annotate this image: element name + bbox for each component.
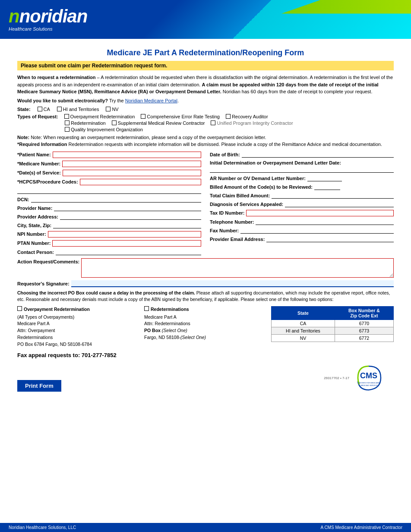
billed-amount-label: Billed Amount of the Code(s) to be Revie… xyxy=(210,184,313,190)
right-column: Date of Birth: Initial Determination or … xyxy=(210,150,394,256)
state-hi[interactable]: HI and Territories xyxy=(57,107,99,112)
table-row: CA 6770 xyxy=(272,320,394,327)
option1-line3: Redeterminations xyxy=(17,334,140,341)
form-title: Medicare JE Part A Redetermination/Reope… xyxy=(17,48,394,57)
bottom-actions: Print Form 29317702 • 7-17 CMS xyxy=(17,362,394,394)
hcpcs-extra-line xyxy=(17,188,201,194)
electronic-label: Would you like to submit electronically? xyxy=(17,98,108,103)
state-ca[interactable]: CA xyxy=(38,107,50,112)
total-claim-field: Total Claim Billed Amount: xyxy=(210,191,394,200)
option1-subtitle: (All Types of Overpayments) xyxy=(17,314,140,321)
state-table-header-state: State xyxy=(272,306,335,320)
state-nv-checkbox[interactable] xyxy=(106,107,111,111)
action-request-field: Action Request/Comments: xyxy=(17,258,394,278)
provider-address-input[interactable] xyxy=(60,214,201,220)
total-claim-label: Total Claim Billed Amount: xyxy=(210,193,270,198)
types-row-2: Redetermination Supplemental Medical Rev… xyxy=(17,120,394,126)
type-redetermination[interactable]: Redetermination xyxy=(65,120,106,126)
note-text: Note: Note: When requesting an overpayme… xyxy=(17,135,394,140)
dates-service-label: *Date(s) of Service: xyxy=(17,170,61,175)
fax-number-field: Fax Number: xyxy=(210,226,394,235)
tax-id-input[interactable] xyxy=(246,210,394,216)
table-cell-nv-state: NV xyxy=(272,334,335,342)
ptan-input[interactable] xyxy=(52,240,201,247)
provider-address-field: Provider Address: xyxy=(17,212,201,221)
initial-det-input[interactable] xyxy=(210,167,394,173)
dcn-field: DCN: xyxy=(17,195,201,204)
types-row-3: Quality Improvement Organization xyxy=(17,127,394,132)
diagnosis-input[interactable] xyxy=(285,201,394,207)
state-hi-checkbox[interactable] xyxy=(57,107,62,111)
ar-number-input[interactable] xyxy=(307,175,342,181)
types-label: Types of Request: xyxy=(17,114,58,119)
print-button[interactable]: Print Form xyxy=(17,380,61,392)
fax-number-input[interactable] xyxy=(240,228,394,234)
telephone-field: Telephone Number: xyxy=(210,218,394,226)
dates-service-input[interactable] xyxy=(63,170,201,176)
provider-name-input[interactable] xyxy=(54,205,201,211)
option2-fargo-line: Fargo, ND 58108-(Select One) xyxy=(144,334,267,341)
state-label: State: xyxy=(17,107,31,112)
portal-link[interactable]: Noridian Medicare Portal xyxy=(125,98,177,103)
email-field: Provider Email Address: xyxy=(210,235,394,244)
table-cell-hi-box: 6773 xyxy=(335,327,393,334)
types-row-1: Types of Request: Overpayment Redetermin… xyxy=(17,114,394,119)
action-request-input[interactable] xyxy=(81,258,394,278)
footer-right: A CMS Medicare Administrative Contractor xyxy=(320,525,402,530)
type-overpayment[interactable]: Overpayment Redetermination xyxy=(64,114,135,119)
telephone-input[interactable] xyxy=(256,219,394,225)
patient-name-input[interactable] xyxy=(53,152,201,158)
signature-input[interactable] xyxy=(71,280,394,287)
contact-person-input[interactable] xyxy=(56,249,201,255)
table-cell-ca-box: 6770 xyxy=(335,320,393,327)
table-cell-nv-box: 6772 xyxy=(335,334,393,342)
action-request-label: Action Request/Comments: xyxy=(17,259,79,264)
billed-amount-input[interactable] xyxy=(314,184,340,190)
type-recovery[interactable]: Recovery Auditor xyxy=(226,114,268,119)
dcn-input[interactable] xyxy=(31,196,202,203)
option1-title: Overpayment Redetermination xyxy=(24,306,90,313)
hcpcs-label: *HCPCS/Procedure Codes: xyxy=(17,179,78,184)
hcpcs-field: *HCPCS/Procedure Codes: xyxy=(17,177,201,187)
npi-input[interactable] xyxy=(48,231,201,238)
ptan-label: PTAN Number: xyxy=(17,241,51,246)
table-cell-ca-state: CA xyxy=(272,320,335,327)
cms-logo-area: 29317702 • 7-17 CMS CENTERS FOR MEDICARE… xyxy=(324,362,394,394)
option1-checkbox-row: Overpayment Redetermination xyxy=(17,306,140,313)
provider-name-label: Provider Name: xyxy=(17,206,52,211)
dcn-label: DCN: xyxy=(17,197,29,202)
state-ca-checkbox[interactable] xyxy=(38,107,42,111)
table-cell-hi-state: HI and Territories xyxy=(272,327,335,334)
dob-label: Date of Birth: xyxy=(210,152,240,157)
dob-input[interactable] xyxy=(242,152,394,158)
cms-emblem: CMS CENTERS FOR MEDICARE & MEDICAID SERV… xyxy=(353,362,385,394)
ptan-field: PTAN Number: xyxy=(17,239,201,248)
state-nv[interactable]: NV xyxy=(106,107,118,112)
hcpcs-input[interactable] xyxy=(80,179,201,185)
type-smrc[interactable]: Supplemental Medical Review Contractor xyxy=(112,120,205,126)
option2-checkbox[interactable] xyxy=(144,306,149,311)
table-row: NV 6772 xyxy=(272,334,394,342)
diagnosis-field: Diagnosis of Services Appealed: xyxy=(210,200,394,209)
type-qio[interactable]: Quality Improvement Organization xyxy=(65,127,143,132)
email-input[interactable] xyxy=(266,236,394,242)
warning-text: Choosing the incorrect PO Box could caus… xyxy=(17,290,394,303)
state-nv-label: NV xyxy=(112,107,118,112)
po-box-option1: Overpayment Redetermination (All Types o… xyxy=(17,306,140,348)
type-cert[interactable]: Comprehensive Error Rate Testing xyxy=(141,114,220,119)
provider-address-label: Provider Address: xyxy=(17,214,58,219)
diagnosis-label: Diagnosis of Services Appealed: xyxy=(210,202,283,207)
npi-field: NPI Number: xyxy=(17,230,201,239)
medicare-number-field: *Medicare Number: xyxy=(17,159,201,168)
form-content: Medicare JE Part A Redetermination/Reope… xyxy=(0,39,411,523)
warning-bold: Choosing the incorrect PO Box could caus… xyxy=(17,290,195,295)
type-upic[interactable]: Unified Program Integrity Contractor xyxy=(211,120,293,126)
initial-det-label: Initial Determination or Overpayment Dem… xyxy=(210,159,394,165)
city-state-zip-input[interactable] xyxy=(53,222,201,228)
signature-field: Requestor's Signature: xyxy=(17,280,394,287)
bottom-section: Overpayment Redetermination (All Types o… xyxy=(17,306,394,348)
option1-checkbox[interactable] xyxy=(17,306,22,311)
po-box-option2: Redeterminations Medicare Part A Attn: R… xyxy=(144,306,267,341)
total-claim-input[interactable] xyxy=(272,193,394,199)
medicare-number-input[interactable] xyxy=(62,161,201,167)
